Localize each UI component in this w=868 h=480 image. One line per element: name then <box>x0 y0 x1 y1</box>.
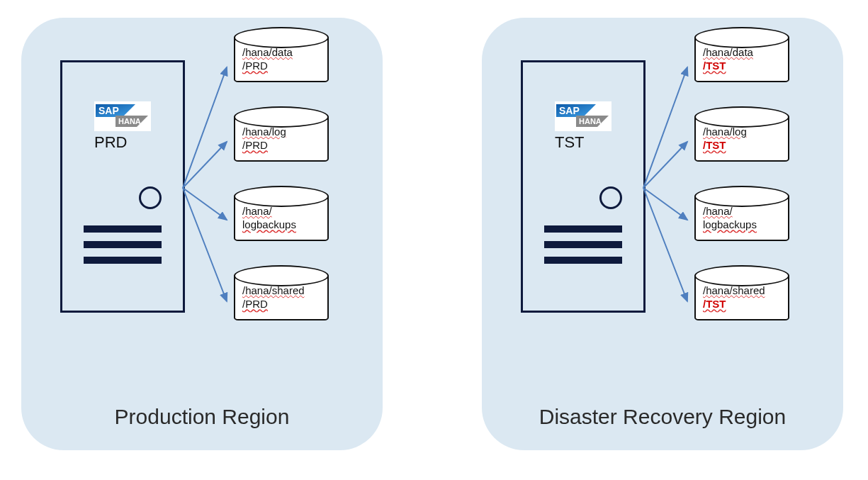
disk-hana-log-tst: /hana/log /TST <box>694 115 789 162</box>
svg-text:SAP: SAP <box>559 105 580 116</box>
svg-line-4 <box>183 142 227 188</box>
disk-label-line1: /hana/log <box>242 125 286 138</box>
disk-label-line2: /TST <box>703 139 726 151</box>
disk-hana-logbackups-prd: /hana/ logbackups <box>234 194 329 241</box>
svg-line-12 <box>643 67 687 188</box>
disk-label-line1: /hana/data <box>703 46 753 58</box>
disks-prd: /hana/data /PRD /hana/log /PRD /hana/ lo… <box>234 35 340 353</box>
disk-label-line2: logbackups <box>703 218 757 230</box>
server-tst: SAP HANA TST <box>521 60 646 313</box>
disk-label-line2: logbackups <box>242 218 296 230</box>
disk-label-line2: /TST <box>703 60 726 72</box>
arrows-tst <box>643 46 693 330</box>
region-dr-title: Disaster Recovery Region <box>482 405 843 429</box>
server-tst-sid: TST <box>555 133 585 152</box>
disk-label-line1: /hana/shared <box>703 284 765 296</box>
disk-hana-data-tst: /hana/data /TST <box>694 35 789 82</box>
svg-line-3 <box>183 67 227 188</box>
disk-hana-logbackups-tst: /hana/ logbackups <box>694 194 789 241</box>
disk-label-line2: /PRD <box>242 298 268 310</box>
server-grill-icon <box>84 225 162 272</box>
region-production: Production Region SAP HANA <box>21 18 383 450</box>
region-production-title: Production Region <box>21 405 383 429</box>
svg-text:HANA: HANA <box>579 117 602 125</box>
diagram-canvas: Production Region SAP HANA <box>0 0 868 480</box>
svg-line-13 <box>643 142 687 188</box>
disk-label-line2: /TST <box>703 298 726 310</box>
svg-line-6 <box>183 188 227 301</box>
disk-label-line1: /hana/data <box>242 46 293 58</box>
sap-hana-logo: SAP HANA <box>94 101 151 131</box>
disk-label-line1: /hana/log <box>703 125 747 138</box>
disk-label-line1: /hana/shared <box>242 284 305 296</box>
disk-hana-shared-prd: /hana/shared /PRD <box>234 274 329 320</box>
region-dr: Disaster Recovery Region SAP HANA <box>482 18 843 450</box>
disk-label-line2: /PRD <box>242 139 268 151</box>
server-knob-icon <box>139 186 162 209</box>
server-grill-icon <box>544 225 622 272</box>
sap-hana-logo: SAP HANA <box>555 101 611 131</box>
disk-hana-shared-tst: /hana/shared /TST <box>694 274 789 320</box>
server-knob-icon <box>599 186 622 209</box>
disk-hana-data-prd: /hana/data /PRD <box>234 35 329 82</box>
server-prd: SAP HANA PRD <box>60 60 185 313</box>
disk-label-line1: /hana/ <box>242 205 272 217</box>
disk-label-line1: /hana/ <box>703 205 733 217</box>
arrows-prd <box>183 46 232 330</box>
sap-text: SAP <box>98 105 119 116</box>
hana-text: HANA <box>118 117 141 125</box>
disk-label-line2: /PRD <box>242 60 268 72</box>
server-prd-sid: PRD <box>94 133 127 152</box>
svg-line-15 <box>643 188 687 301</box>
disk-hana-log-prd: /hana/log /PRD <box>234 115 329 162</box>
disks-tst: /hana/data /TST /hana/log /TST /hana/ lo… <box>694 35 801 353</box>
